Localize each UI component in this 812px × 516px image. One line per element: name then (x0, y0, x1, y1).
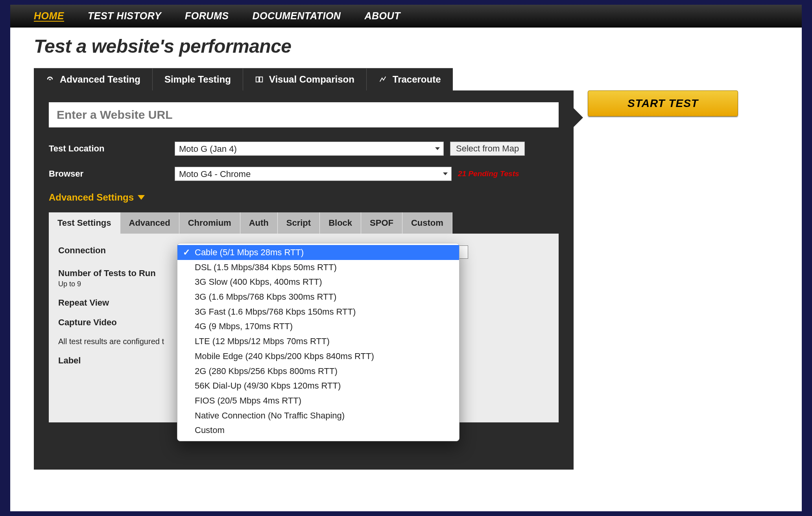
nav-forums[interactable]: FORUMS (185, 10, 229, 22)
tab-traceroute[interactable]: Traceroute (367, 68, 453, 90)
connection-option[interactable]: Cable (5/1 Mbps 28ms RTT) (177, 245, 459, 260)
settings-tab-advanced[interactable]: Advanced (120, 212, 179, 234)
nav-home[interactable]: HOME (34, 10, 64, 22)
advanced-settings-label: Advanced Settings (49, 192, 134, 203)
tab-label: Visual Comparison (269, 74, 354, 85)
chevron-down-icon (138, 195, 145, 200)
connection-option[interactable]: 3G Slow (400 Kbps, 400ms RTT) (177, 275, 459, 289)
connection-option[interactable]: FIOS (20/5 Mbps 4ms RTT) (177, 393, 459, 408)
nav-test-history[interactable]: TEST HISTORY (88, 10, 161, 22)
tab-simple-testing[interactable]: Simple Testing (153, 68, 243, 90)
select-from-map-button[interactable]: Select from Map (450, 142, 525, 156)
connection-dropdown: Cable (5/1 Mbps 28ms RTT) DSL (1.5 Mbps/… (177, 243, 460, 441)
page-title: Test a website's performance (34, 35, 778, 57)
nav-documentation[interactable]: DOCUMENTATION (252, 10, 341, 22)
settings-tab-block[interactable]: Block (320, 212, 361, 234)
browser-label: Browser (49, 169, 168, 179)
advanced-settings-toggle[interactable]: Advanced Settings (49, 192, 559, 203)
tab-advanced-testing[interactable]: Advanced Testing (34, 68, 153, 90)
tab-visual-comparison[interactable]: Visual Comparison (243, 68, 367, 90)
settings-tab-spof[interactable]: SPOF (361, 212, 402, 234)
label-label: Label (58, 356, 175, 366)
location-label: Test Location (49, 144, 168, 154)
test-panel: Test Location Moto G (Jan 4) Select from… (34, 90, 574, 470)
url-input[interactable] (49, 102, 559, 127)
compare-icon (255, 75, 264, 84)
connection-option[interactable]: LTE (12 Mbps/12 Mbps 70ms RTT) (177, 334, 459, 349)
pending-tests: 21 Pending Tests (458, 170, 519, 178)
connection-option[interactable]: DSL (1.5 Mbps/384 Kbps 50ms RTT) (177, 260, 459, 275)
connection-option[interactable]: 3G Fast (1.6 Mbps/768 Kbps 150ms RTT) (177, 304, 459, 319)
svg-rect-1 (260, 77, 262, 82)
settings-tabs: Test Settings Advanced Chromium Auth Scr… (49, 212, 559, 234)
nav-about[interactable]: ABOUT (364, 10, 400, 22)
connection-option[interactable]: 4G (9 Mbps, 170ms RTT) (177, 319, 459, 334)
page-container: HOME TEST HISTORY FORUMS DOCUMENTATION A… (10, 5, 802, 511)
tab-label: Traceroute (393, 74, 441, 85)
settings-tab-auth[interactable]: Auth (240, 212, 278, 234)
results-note: All test results are configured t (58, 337, 164, 346)
location-select[interactable]: Moto G (Jan 4) (175, 142, 444, 156)
num-tests-hint: Up to 9 (58, 280, 81, 288)
settings-tab-custom[interactable]: Custom (402, 212, 452, 234)
content: Test a website's performance Advanced Te… (10, 28, 802, 477)
connection-option[interactable]: Mobile Edge (240 Kbps/200 Kbps 840ms RTT… (177, 349, 459, 364)
settings-body: Connection Number of Tests to Run Up to … (49, 234, 559, 422)
route-icon (378, 75, 387, 84)
connection-option[interactable]: Native Connection (No Traffic Shaping) (177, 408, 459, 423)
tab-label: Simple Testing (164, 74, 231, 85)
num-tests-label: Number of Tests to Run (58, 268, 156, 278)
mode-tabs: Advanced Testing Simple Testing Visual C… (34, 68, 778, 90)
svg-rect-0 (256, 77, 259, 82)
gauge-icon (46, 75, 54, 84)
settings-area: Test Settings Advanced Chromium Auth Scr… (49, 212, 559, 422)
repeat-view-label: Repeat View (58, 298, 175, 308)
settings-tab-chromium[interactable]: Chromium (179, 212, 240, 234)
settings-tab-test-settings[interactable]: Test Settings (49, 212, 120, 234)
connection-label: Connection (58, 245, 175, 256)
browser-select[interactable]: Moto G4 - Chrome (175, 167, 452, 181)
start-test-button[interactable]: START TEST (588, 90, 738, 116)
tab-label: Advanced Testing (60, 74, 140, 85)
connection-option[interactable]: 56K Dial-Up (49/30 Kbps 120ms RTT) (177, 378, 459, 393)
connection-option[interactable]: 3G (1.6 Mbps/768 Kbps 300ms RTT) (177, 289, 459, 304)
connection-option[interactable]: Custom (177, 423, 459, 438)
connection-option[interactable]: 2G (280 Kbps/256 Kbps 800ms RTT) (177, 364, 459, 379)
settings-tab-script[interactable]: Script (278, 212, 320, 234)
top-nav: HOME TEST HISTORY FORUMS DOCUMENTATION A… (10, 5, 802, 28)
capture-video-label: Capture Video (58, 317, 175, 328)
